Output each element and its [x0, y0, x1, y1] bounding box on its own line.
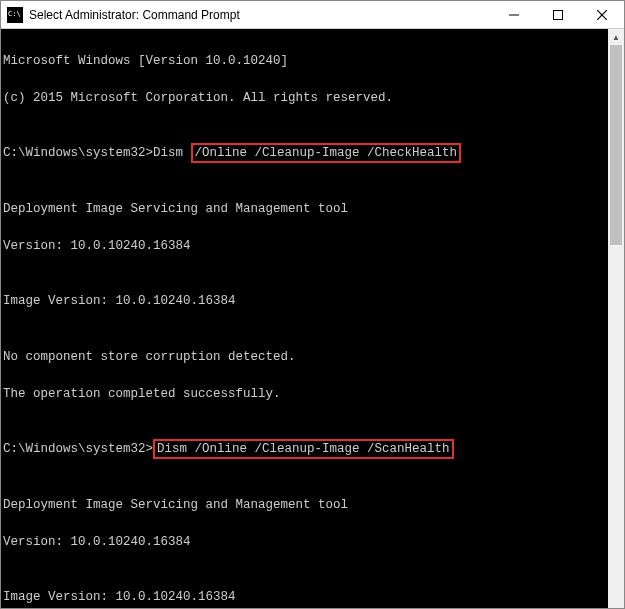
highlight-scanhealth: Dism /Online /Cleanup-Image /ScanHealth [153, 439, 454, 459]
output-line: Microsoft Windows [Version 10.0.10240] [3, 52, 606, 71]
output-line: (c) 2015 Microsoft Corporation. All righ… [3, 89, 606, 108]
output-line: Image Version: 10.0.10240.16384 [3, 588, 606, 607]
command-prompt-window: Select Administrator: Command Prompt Mic… [0, 0, 625, 609]
vertical-scrollbar[interactable]: ▲ [608, 29, 624, 608]
output-line: C:\Windows\system32>Dism /Online /Cleanu… [3, 144, 606, 163]
close-button[interactable] [580, 1, 624, 28]
titlebar[interactable]: Select Administrator: Command Prompt [1, 1, 624, 29]
output-line: Version: 10.0.10240.16384 [3, 237, 606, 256]
svg-rect-1 [554, 10, 563, 19]
maximize-button[interactable] [536, 1, 580, 28]
scroll-thumb[interactable] [610, 45, 622, 245]
highlight-checkhealth: /Online /Cleanup-Image /CheckHealth [191, 143, 462, 163]
output-line: Deployment Image Servicing and Managemen… [3, 200, 606, 219]
scroll-up-arrow[interactable]: ▲ [608, 29, 624, 45]
minimize-button[interactable] [492, 1, 536, 28]
output-line: Image Version: 10.0.10240.16384 [3, 292, 606, 311]
output-line: No component store corruption detected. [3, 348, 606, 367]
prompt-text: C:\Windows\system32> [3, 442, 153, 456]
prompt-text: C:\Windows\system32>Dism [3, 146, 191, 160]
output-line: Deployment Image Servicing and Managemen… [3, 496, 606, 515]
cmd-icon [7, 7, 23, 23]
output-line: Version: 10.0.10240.16384 [3, 533, 606, 552]
terminal-output[interactable]: Microsoft Windows [Version 10.0.10240] (… [1, 29, 608, 608]
terminal-area: Microsoft Windows [Version 10.0.10240] (… [1, 29, 624, 608]
output-line: The operation completed successfully. [3, 385, 606, 404]
window-controls [492, 1, 624, 28]
window-title: Select Administrator: Command Prompt [29, 8, 492, 22]
output-line: C:\Windows\system32>Dism /Online /Cleanu… [3, 440, 606, 459]
